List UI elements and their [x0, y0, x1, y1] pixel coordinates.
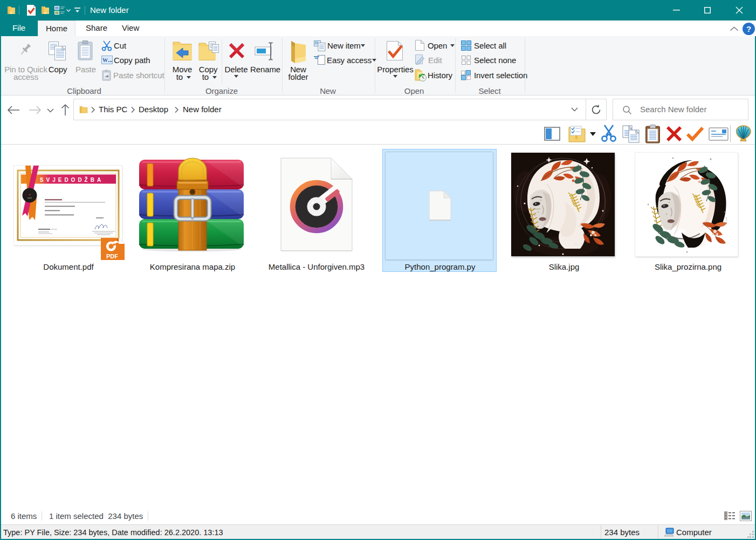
svg-text:SVJEDODŽBA: SVJEDODŽBA: [40, 176, 104, 183]
svg-text:PDF: PDF: [106, 253, 118, 259]
svg-text:a r t i s t: a r t i s t: [725, 217, 727, 224]
svg-text:W: W: [102, 57, 108, 63]
